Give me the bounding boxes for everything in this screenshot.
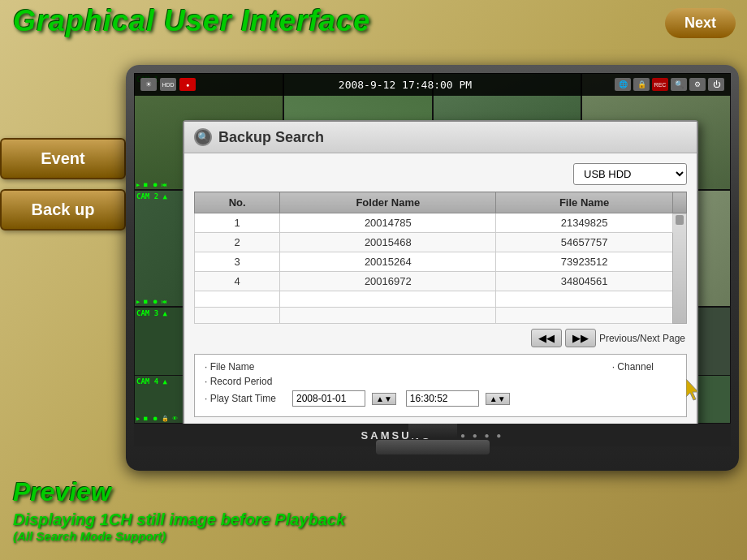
preview-desc2: (All Search Mode Support)	[13, 529, 734, 543]
record-period-row: · Record Period	[205, 376, 676, 387]
file-name-label: · File Name	[205, 361, 286, 373]
preview-section: Preview Displaying 1CH still image befor…	[0, 471, 747, 560]
pagination-label: Previous/Next Page	[599, 333, 685, 344]
search2-icon: 🔍	[671, 78, 687, 91]
play-start-label: · Play Start Time	[205, 393, 286, 404]
row1-no: 1	[195, 213, 280, 233]
row4-file: 34804561	[496, 272, 673, 291]
preview-desc1: Displaying 1CH still image before Playba…	[13, 510, 734, 529]
backup-search-dialog: 🔍 Backup Search USB HDD	[183, 120, 698, 424]
storage-dropdown[interactable]: USB HDD	[573, 163, 687, 185]
monitor-outer: CAM 1 ▲ ▶ ⏹ ⏺ ⏮ CAM 2 ▲ ▶ ⏹ ⏺ ⏮	[126, 65, 739, 471]
row3-file: 73923512	[496, 252, 673, 272]
dialog-title-bar: 🔍 Backup Search	[184, 122, 697, 153]
fan-icon: ☀	[140, 78, 157, 91]
file-name-row: · File Name · Channel	[205, 361, 676, 373]
file-details-section: · File Name · Channel · Record Period · …	[194, 354, 687, 417]
status-time: 2008-9-12 17:48:00 PM	[196, 79, 615, 91]
prev-page-button[interactable]: ◀◀	[531, 329, 562, 347]
col-no: No.	[195, 192, 280, 213]
monitor-base	[376, 440, 490, 454]
row2-folder: 20015468	[280, 233, 496, 252]
backup-button[interactable]: Back up	[0, 189, 126, 230]
svg-marker-0	[686, 379, 698, 400]
monitor-container: CAM 1 ▲ ▶ ⏹ ⏺ ⏮ CAM 2 ▲ ▶ ⏹ ⏺ ⏮	[126, 65, 739, 471]
play-start-row: · Play Start Time ▲▼ ▲▼	[205, 390, 676, 407]
record-icon: REC	[652, 78, 668, 91]
table-row-empty1	[195, 291, 687, 308]
col-file: File Name	[496, 192, 673, 213]
sidebar: Event Back up	[0, 138, 126, 230]
row4-no: 4	[195, 272, 280, 291]
row3-folder: 20015264	[280, 252, 496, 272]
dialog-title: Backup Search	[218, 129, 324, 146]
row2-no: 2	[195, 233, 280, 252]
row2-file: 54657757	[496, 233, 673, 252]
play-date-input[interactable]	[292, 390, 365, 407]
status-right-icons: 🌐 🔒 REC 🔍 ⚙ ⏻	[615, 78, 724, 91]
table-row[interactable]: 4 20016972 34804561	[195, 272, 687, 291]
dialog-overlay: 🔍 Backup Search USB HDD	[134, 96, 731, 424]
dropdown-row: USB HDD	[194, 163, 687, 185]
backup-table: No. Folder Name File Name 1 20014785	[194, 192, 687, 324]
row3-no: 3	[195, 252, 280, 272]
preview-title: Preview	[13, 477, 734, 507]
power-icon: ⏻	[708, 78, 724, 91]
scrollbar[interactable]	[673, 213, 687, 324]
header: Graphical User Interface Next	[0, 0, 747, 42]
dialog-search-icon: 🔍	[194, 128, 212, 146]
row1-folder: 20014785	[280, 213, 496, 233]
next-button[interactable]: Next	[665, 8, 736, 38]
col-folder: Folder Name	[280, 192, 496, 213]
play-time-input[interactable]	[406, 390, 479, 407]
page-title: Graphical User Interface	[13, 4, 370, 38]
status-bar: ☀ HDD ● 2008-9-12 17:48:00 PM 🌐 🔒 REC 🔍 …	[134, 73, 731, 96]
time-spinner-up[interactable]: ▲▼	[486, 393, 510, 405]
channel-label: · Channel	[612, 361, 654, 373]
hdd-icon: HDD	[160, 78, 176, 91]
event-button[interactable]: Event	[0, 138, 126, 179]
record-period-label: · Record Period	[205, 376, 286, 387]
table-row-empty2	[195, 308, 687, 324]
status-left-icons: ☀ HDD ●	[140, 78, 196, 91]
table-row[interactable]: 3 20015264 73923512	[195, 252, 687, 272]
col-scroll	[673, 192, 687, 213]
pagination-row: ◀◀ ▶▶ Previous/Next Page	[194, 329, 687, 347]
table-row[interactable]: 2 20015468 54657757	[195, 233, 687, 252]
date-spinner-up[interactable]: ▲▼	[372, 393, 396, 405]
row4-folder: 20016972	[280, 272, 496, 291]
monitor-screen: CAM 1 ▲ ▶ ⏹ ⏺ ⏮ CAM 2 ▲ ▶ ⏹ ⏺ ⏮	[134, 73, 731, 424]
row1-file: 21349825	[496, 213, 673, 233]
next-page-button[interactable]: ▶▶	[565, 329, 596, 347]
network-icon: 🌐	[615, 78, 631, 91]
settings-icon: ⚙	[689, 78, 706, 91]
dialog-body: USB HDD No. Folder Name File Name	[184, 153, 697, 424]
table-row[interactable]: 1 20014785 21349825	[195, 213, 687, 233]
lock-icon: 🔒	[633, 78, 650, 91]
rec-icon: ●	[179, 78, 196, 91]
